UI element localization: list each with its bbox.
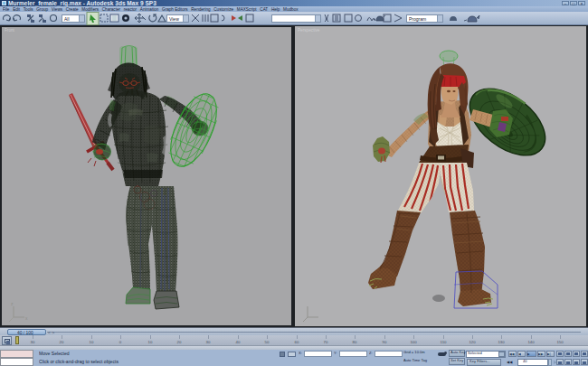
svg-text:x: x xyxy=(25,315,28,321)
svg-text:z: z xyxy=(11,301,14,306)
